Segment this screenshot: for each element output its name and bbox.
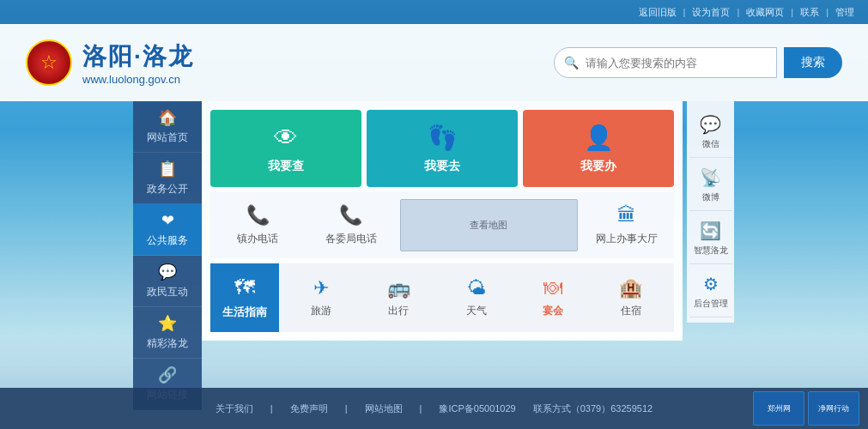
right-panel: 💬 微信 📡 微博 🔄 智慧洛龙 ⚙ 后台管理 <box>687 101 734 323</box>
badge-clean: 净网行动 <box>808 391 859 426</box>
backend-label: 后台管理 <box>694 298 728 310</box>
view-icon: 👁 <box>274 124 298 152</box>
search-area: 🔍 搜索 <box>554 47 842 78</box>
banquet-label: 宴会 <box>543 304 563 318</box>
card-go[interactable]: 👣 我要去 <box>367 110 518 187</box>
sidebar-item-home[interactable]: 🏠 网站首页 <box>133 101 202 153</box>
dept-phone-label: 各委局电话 <box>325 232 377 246</box>
header: ☆ 洛阳·洛龙 www.luolong.gov.cn 🔍 搜索 <box>0 24 868 101</box>
pubservice-icon: ❤ <box>161 211 174 230</box>
go-icon: 👣 <box>428 124 458 152</box>
card-view-label: 我要查 <box>268 159 304 174</box>
wechat-icon: 💬 <box>700 114 721 135</box>
smart-label: 智慧洛龙 <box>694 245 728 257</box>
footer-link-disclaimer[interactable]: 免费声明 <box>290 402 328 415</box>
online-hall-icon: 🏛 <box>617 204 636 227</box>
footer-badges: 郑州网 净网行动 <box>753 391 859 426</box>
site-url: www.luolong.gov.cn <box>82 73 194 86</box>
topbar-link-oldver[interactable]: 返回旧版 <box>639 6 677 19</box>
life-guide-icon: 🗺 <box>234 275 255 299</box>
map-label: 查看地图 <box>470 219 507 232</box>
home-icon: 🏠 <box>158 108 177 127</box>
sidebar-item-interaction[interactable]: 💬 政民互动 <box>133 256 202 307</box>
smart-icon: 🔄 <box>700 221 721 241</box>
footer-link-sitemap[interactable]: 网站地图 <box>365 402 403 415</box>
logo-area: ☆ 洛阳·洛龙 www.luolong.gov.cn <box>26 39 194 86</box>
sidebar-label-pubservice: 公共服务 <box>147 233 188 248</box>
interaction-icon: 💬 <box>158 263 177 281</box>
banquet-icon: 🍽 <box>543 277 562 299</box>
cards-row: 👁 我要查 👣 我要去 👤 我要办 <box>210 110 674 187</box>
phone-icon: 📞 <box>246 204 270 227</box>
badge-net: 郑州网 <box>753 391 804 426</box>
town-phone[interactable]: 📞 镇办电话 <box>214 199 301 251</box>
middle-row: 📞 镇办电话 📞 各委局电话 查看地图 🏛 网上办事大厅 <box>210 192 674 258</box>
hotel-label: 住宿 <box>621 304 641 318</box>
sidebar-label-govinfo: 政务公开 <box>147 182 188 196</box>
life-guide-box: 🗺 生活指南 <box>210 263 279 332</box>
weather-icon: 🌤 <box>467 277 486 299</box>
card-view[interactable]: 👁 我要查 <box>210 110 361 187</box>
sidebar-item-pubservice[interactable]: ❤ 公共服务 <box>133 204 202 256</box>
right-item-wechat[interactable]: 💬 微信 <box>689 106 732 158</box>
search-input-wrap: 🔍 <box>554 47 777 78</box>
govinfo-icon: 📋 <box>158 160 177 178</box>
footer: 关于我们 | 免费声明 | 网站地图 | 豫ICP备05001029 联系方式（… <box>0 388 868 429</box>
life-item-banquet[interactable]: 🍽 宴会 <box>543 277 563 318</box>
footer-contact: 联系方式（0379）63259512 <box>533 402 653 415</box>
weibo-icon: 📡 <box>700 167 721 188</box>
life-item-weather[interactable]: 🌤 天气 <box>466 277 487 318</box>
right-item-backend[interactable]: ⚙ 后台管理 <box>689 266 732 317</box>
topbar-link-homepage[interactable]: 设为首页 <box>692 6 730 19</box>
sidebar: 🏠 网站首页 📋 政务公开 ❤ 公共服务 💬 政民互动 ⭐ 精彩洛龙 🔗 网站链… <box>133 101 202 410</box>
backend-icon: ⚙ <box>703 274 719 294</box>
life-items: ✈ 旅游 🚌 出行 🌤 天气 🍽 宴会 🏨 住宿 <box>279 263 674 332</box>
life-item-tourism[interactable]: ✈ 旅游 <box>311 277 331 318</box>
weibo-label: 微博 <box>702 191 719 203</box>
top-bar: 返回旧版 | 设为首页 | 收藏网页 | 联系 | 管理 <box>0 0 868 24</box>
do-icon: 👤 <box>584 124 614 152</box>
life-item-hotel[interactable]: 🏨 住宿 <box>619 277 642 318</box>
sidebar-label-home: 网站首页 <box>147 130 188 145</box>
topbar-link-admin[interactable]: 管理 <box>835 6 854 19</box>
online-hall[interactable]: 🏛 网上办事大厅 <box>583 199 671 251</box>
card-do[interactable]: 👤 我要办 <box>523 110 674 187</box>
right-item-smart[interactable]: 🔄 智慧洛龙 <box>689 213 732 264</box>
dept-phone[interactable]: 📞 各委局电话 <box>307 199 394 251</box>
topbar-link-favorite[interactable]: 收藏网页 <box>746 6 784 19</box>
topbar-link-contact[interactable]: 联系 <box>800 6 819 19</box>
online-hall-label: 网上办事大厅 <box>596 232 658 246</box>
transport-icon: 🚌 <box>387 277 410 299</box>
footer-link-about[interactable]: 关于我们 <box>215 402 253 415</box>
map-preview[interactable]: 查看地图 <box>400 199 578 251</box>
search-button[interactable]: 搜索 <box>784 47 842 78</box>
tourism-icon: ✈ <box>313 277 329 299</box>
life-guide-label: 生活指南 <box>222 305 267 320</box>
life-row: 🗺 生活指南 ✈ 旅游 🚌 出行 🌤 天气 🍽 宴会 🏨 住宿 <box>210 263 674 332</box>
site-title: 洛阳·洛龙 <box>82 40 194 73</box>
life-item-transport[interactable]: 🚌 出行 <box>387 277 410 318</box>
footer-icp: 豫ICP备05001029 <box>439 402 515 415</box>
wechat-label: 微信 <box>702 138 719 150</box>
town-phone-label: 镇办电话 <box>237 232 278 246</box>
city-silhouette <box>0 336 868 388</box>
luolong-icon: ⭐ <box>158 314 177 333</box>
logo-text: 洛阳·洛龙 www.luolong.gov.cn <box>82 40 194 86</box>
hotel-icon: 🏨 <box>619 277 642 299</box>
sidebar-item-govinfo[interactable]: 📋 政务公开 <box>133 153 202 204</box>
sidebar-label-interaction: 政民互动 <box>147 285 188 299</box>
sidebar-label-luolong: 精彩洛龙 <box>147 336 188 351</box>
right-item-weibo[interactable]: 📡 微博 <box>689 160 732 211</box>
transport-label: 出行 <box>388 304 409 318</box>
card-do-label: 我要办 <box>580 159 616 174</box>
dept-phone-icon: 📞 <box>339 204 362 227</box>
weather-label: 天气 <box>466 304 487 318</box>
main-content: 👁 我要查 👣 我要去 👤 我要办 📞 镇办电话 📞 各委局电话 查看地图 🏛 … <box>202 101 683 341</box>
search-input[interactable] <box>554 47 777 78</box>
links-icon: 🔗 <box>158 366 177 384</box>
sidebar-item-luolong[interactable]: ⭐ 精彩洛龙 <box>133 307 202 359</box>
logo-emblem: ☆ <box>26 39 72 86</box>
card-go-label: 我要去 <box>424 159 460 174</box>
tourism-label: 旅游 <box>311 304 331 318</box>
